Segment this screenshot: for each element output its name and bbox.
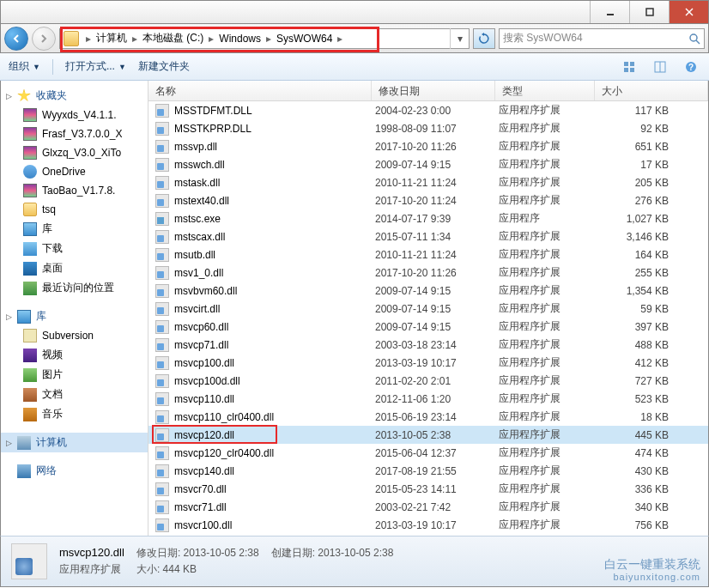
file-size: 445 KB <box>598 429 677 441</box>
file-type: 应用程序扩展 <box>499 265 598 280</box>
sidebar-favorites-head[interactable]: ▷收藏夹 <box>1 86 148 106</box>
file-row[interactable]: msvcp140.dll2017-08-19 21:55应用程序扩展430 KB <box>148 462 708 480</box>
file-type: 应用程序扩展 <box>499 391 598 406</box>
help-button[interactable]: ? <box>682 58 700 76</box>
new-folder-button[interactable]: 新建文件夹 <box>138 59 190 74</box>
sidebar-item[interactable]: 音乐 <box>1 404 148 424</box>
sidebar-item[interactable]: Frasf_V3.7.0.0_X <box>1 124 148 143</box>
file-row[interactable]: msvcp100d.dll2011-02-20 2:01应用程序扩展727 KB <box>148 372 708 390</box>
sidebar-network[interactable]: ▷网络 <box>1 461 148 481</box>
address-dropdown[interactable]: ▾ <box>450 28 469 49</box>
file-list[interactable]: MSSTDFMT.DLL2004-02-23 0:00应用程序扩展117 KBM… <box>148 101 708 536</box>
file-row[interactable]: msswch.dll2009-07-14 9:15应用程序扩展17 KB <box>148 155 708 173</box>
organize-button[interactable]: 组织 ▼ <box>9 59 40 74</box>
crumb-drive[interactable]: 本地磁盘 (C:) <box>141 31 205 45</box>
preview-button[interactable] <box>651 58 670 76</box>
crumb-syswow64[interactable]: SysWOW64 <box>275 33 334 45</box>
file-date: 2017-08-19 21:55 <box>375 465 499 477</box>
file-size: 523 KB <box>598 393 677 405</box>
chevron-right-icon[interactable]: ▸ <box>263 33 275 45</box>
search-input[interactable]: 搜索 SysWOW64 <box>499 28 705 49</box>
sidebar-item[interactable]: 图片 <box>1 365 148 385</box>
chevron-right-icon[interactable]: ▸ <box>82 33 94 45</box>
file-type: 应用程序扩展 <box>499 139 598 154</box>
file-row[interactable]: msvcp71.dll2003-03-18 23:14应用程序扩展488 KB <box>148 336 708 354</box>
file-type: 应用程序扩展 <box>499 229 598 244</box>
sidebar-item[interactable]: Subversion <box>1 326 148 345</box>
chevron-right-icon[interactable]: ▸ <box>129 33 141 45</box>
file-name: msvcp71.dll <box>174 339 375 351</box>
sidebar-item[interactable]: 文档 <box>1 385 148 404</box>
file-row[interactable]: msvcr100.dll2013-03-19 10:17应用程序扩展756 KB <box>148 516 708 534</box>
sidebar-item[interactable]: OneDrive <box>1 162 148 181</box>
svg-line-5 <box>696 40 700 44</box>
file-icon <box>155 428 169 442</box>
file-row[interactable]: msvcr71.dll2003-02-21 7:42应用程序扩展340 KB <box>148 498 708 516</box>
navbar: ▸ 计算机 ▸ 本地磁盘 (C:) ▸ Windows ▸ SysWOW64 ▸… <box>0 24 709 53</box>
file-icon <box>155 248 169 262</box>
file-date: 2010-11-21 11:24 <box>375 177 499 189</box>
close-button[interactable] <box>669 1 708 23</box>
file-row[interactable]: msv1_0.dll2017-10-20 11:26应用程序扩展255 KB <box>148 264 708 282</box>
refresh-button[interactable] <box>473 28 495 49</box>
column-date[interactable]: 修改日期 <box>372 81 495 100</box>
file-row[interactable]: msutb.dll2010-11-21 11:24应用程序扩展164 KB <box>148 246 708 264</box>
file-row[interactable]: msvcirt.dll2009-07-14 9:15应用程序扩展59 KB <box>148 300 708 318</box>
rar-icon <box>23 184 37 197</box>
file-row[interactable]: msvcp120.dll2013-10-05 2:38应用程序扩展445 KB <box>148 426 708 444</box>
back-button[interactable] <box>4 27 28 51</box>
file-row[interactable]: msvbvm60.dll2009-07-14 9:15应用程序扩展1,354 K… <box>148 282 708 300</box>
column-type[interactable]: 类型 <box>495 81 595 100</box>
file-size: 164 KB <box>598 249 677 261</box>
sidebar-item[interactable]: TaoBao_V1.7.8. <box>1 181 148 200</box>
file-row[interactable]: MSSTDFMT.DLL2004-02-23 0:00应用程序扩展117 KB <box>148 101 708 119</box>
file-row[interactable]: mstask.dll2010-11-21 11:24应用程序扩展205 KB <box>148 173 708 191</box>
file-size: 17 KB <box>598 159 677 171</box>
open-with-button[interactable]: 打开方式... ▼ <box>65 59 126 74</box>
rar-icon <box>23 108 37 122</box>
recent-icon <box>23 282 37 295</box>
crumb-windows[interactable]: Windows <box>217 33 263 45</box>
column-name[interactable]: 名称 <box>148 81 372 100</box>
file-row[interactable]: mstext40.dll2017-10-20 11:24应用程序扩展276 KB <box>148 191 708 209</box>
file-size: 1,354 KB <box>598 285 677 297</box>
file-row[interactable]: msvcp60.dll2009-07-14 9:15应用程序扩展397 KB <box>148 318 708 336</box>
address-bar[interactable]: ▸ 计算机 ▸ 本地磁盘 (C:) ▸ Windows ▸ SysWOW64 ▸… <box>59 28 470 49</box>
column-size[interactable]: 大小 <box>595 81 708 100</box>
file-row[interactable]: MSSTKPRP.DLL1998-08-09 11:07应用程序扩展92 KB <box>148 119 708 137</box>
file-type-icon <box>11 543 47 579</box>
sidebar-item[interactable]: Wyyxds_V4.1.1. <box>1 106 148 124</box>
sidebar-libraries-head[interactable]: ▷库 <box>1 306 148 326</box>
sidebar-item[interactable]: tsq <box>1 200 148 219</box>
sidebar-item[interactable]: 下载 <box>1 239 148 258</box>
file-row[interactable]: msvcp110_clr0400.dll2015-06-19 23:14应用程序… <box>148 408 708 426</box>
minimize-button[interactable] <box>590 1 629 23</box>
view-button[interactable] <box>620 58 639 76</box>
maximize-button[interactable] <box>629 1 669 23</box>
chevron-right-icon[interactable]: ▸ <box>205 33 217 45</box>
chevron-down-icon: ▼ <box>118 63 126 71</box>
sidebar-computer[interactable]: ▷计算机 <box>1 433 148 452</box>
file-icon <box>155 320 169 334</box>
file-icon <box>155 410 169 424</box>
chevron-right-icon[interactable]: ▸ <box>334 33 346 45</box>
file-row[interactable]: msvcp100.dll2013-03-19 10:17应用程序扩展412 KB <box>148 354 708 372</box>
forward-button[interactable] <box>32 27 56 51</box>
file-row[interactable]: msvcr70.dll2015-05-23 14:11应用程序扩展336 KB <box>148 480 708 498</box>
file-row[interactable]: mstsc.exe2014-07-17 9:39应用程序1,027 KB <box>148 209 708 227</box>
file-row[interactable]: mstscax.dll2015-07-11 1:34应用程序扩展3,146 KB <box>148 227 708 246</box>
sidebar-item[interactable]: 最近访问的位置 <box>1 278 148 298</box>
crumb-computer[interactable]: 计算机 <box>94 31 129 45</box>
sidebar-item[interactable]: 库 <box>1 219 148 239</box>
file-date: 2017-10-20 11:24 <box>375 195 499 207</box>
file-row[interactable]: msvcp110.dll2012-11-06 1:20应用程序扩展523 KB <box>148 390 708 408</box>
file-icon <box>155 338 169 352</box>
file-name: msutb.dll <box>174 249 375 261</box>
file-type: 应用程序扩展 <box>499 482 598 496</box>
sidebar-item[interactable]: 视频 <box>1 345 148 365</box>
sidebar-item[interactable]: Glxzq_V3.0_XiTo <box>1 143 148 162</box>
file-date: 2012-11-06 1:20 <box>375 393 499 405</box>
file-row[interactable]: mssvp.dll2017-10-20 11:26应用程序扩展651 KB <box>148 137 708 155</box>
file-row[interactable]: msvcp120_clr0400.dll2015-06-04 12:37应用程序… <box>148 444 708 462</box>
sidebar-item[interactable]: 桌面 <box>1 258 148 278</box>
